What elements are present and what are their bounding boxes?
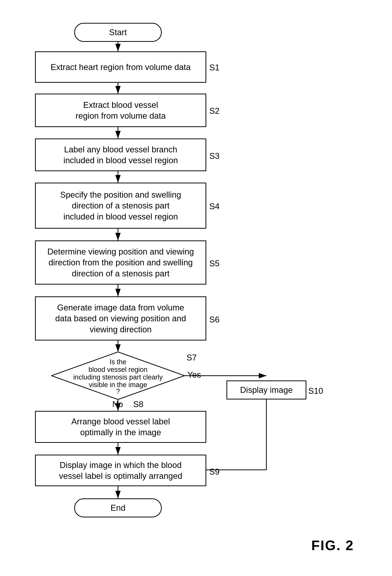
s2-text: Extract blood vessel region from volume …: [76, 99, 166, 121]
yes-label: Yes: [187, 370, 201, 379]
s5-node: Determine viewing position and viewing d…: [35, 240, 206, 285]
end-node: End: [74, 498, 162, 518]
s2-node: Extract blood vessel region from volume …: [35, 94, 206, 127]
s6-step-label: S6: [209, 315, 220, 324]
s6-text: Generate image data from volume data bas…: [55, 302, 186, 335]
svg-text:?: ?: [116, 387, 120, 395]
start-label: Start: [109, 27, 127, 38]
start-node: Start: [74, 23, 162, 42]
figure-label: FIG. 2: [311, 538, 354, 553]
s4-step-label: S4: [209, 202, 220, 211]
s8-text: Arrange blood vessel label optimally in …: [71, 416, 170, 438]
no-label: No: [112, 400, 123, 409]
svg-text:blood vessel region: blood vessel region: [89, 366, 148, 374]
s8-node: Arrange blood vessel label optimally in …: [35, 411, 206, 443]
s1-node: Extract heart region from volume data: [35, 51, 206, 83]
s4-node: Specify the position and swelling direct…: [35, 183, 206, 229]
s7-step-label: S7: [186, 353, 197, 362]
s9-text: Display image in which the blood vessel …: [59, 460, 182, 481]
end-label: End: [111, 502, 125, 513]
s7-node: Is the blood vessel region including ste…: [51, 352, 184, 400]
flowchart-diagram: Start Extract heart region from volume d…: [0, 0, 392, 576]
s3-text: Label any blood vessel branch included i…: [63, 144, 178, 166]
s9-node: Display image in which the blood vessel …: [35, 455, 206, 486]
s5-text: Determine viewing position and viewing d…: [47, 246, 194, 279]
s8-step-arrow-label: S8: [133, 400, 144, 409]
s1-step-label: S1: [209, 63, 220, 72]
s10-node: Display image: [226, 380, 306, 400]
svg-text:including stenosis part clearl: including stenosis part clearly: [73, 373, 163, 381]
s10-text: Display image: [240, 384, 293, 395]
svg-text:Is the: Is the: [110, 358, 126, 366]
s9-step-label: S9: [209, 467, 220, 477]
s2-step-label: S2: [209, 106, 220, 116]
s6-node: Generate image data from volume data bas…: [35, 296, 206, 341]
s1-text: Extract heart region from volume data: [51, 62, 191, 72]
s3-step-label: S3: [209, 151, 220, 161]
s10-step-label: S10: [308, 386, 323, 396]
s3-node: Label any blood vessel branch included i…: [35, 139, 206, 171]
s4-text: Specify the position and swelling direct…: [60, 189, 181, 222]
s5-step-label: S5: [209, 259, 220, 268]
